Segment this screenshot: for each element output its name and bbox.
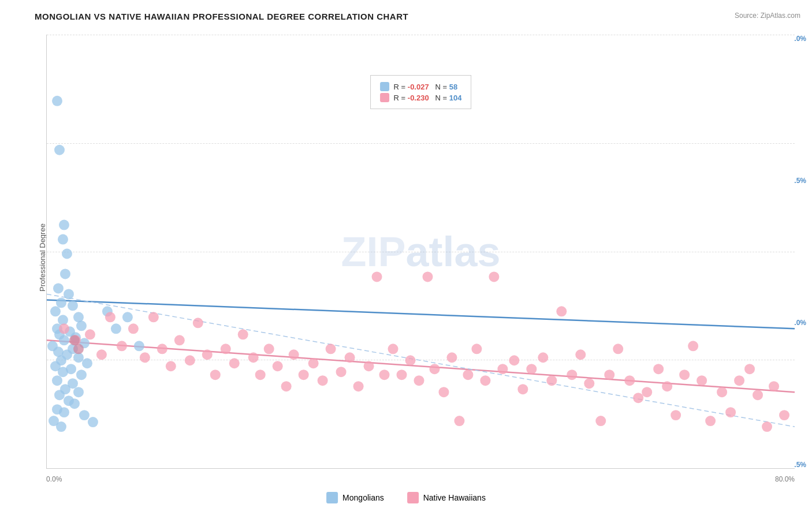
svg-point-67 [221, 344, 231, 354]
svg-point-43 [79, 410, 90, 420]
svg-point-65 [202, 349, 213, 360]
svg-point-64 [193, 318, 203, 328]
bottom-legend-label-mongolians: Mongolians [342, 493, 384, 502]
svg-point-68 [229, 358, 240, 368]
svg-point-97 [480, 375, 490, 386]
svg-point-118 [679, 370, 690, 380]
svg-point-55 [105, 312, 116, 322]
svg-point-128 [769, 381, 779, 391]
svg-point-113 [633, 393, 643, 403]
svg-point-9 [53, 283, 64, 293]
svg-point-104 [546, 375, 557, 386]
svg-point-107 [575, 349, 586, 360]
bottom-legend-native-hawaiians: Native Hawaiians [407, 492, 486, 503]
svg-point-74 [281, 381, 292, 391]
svg-point-125 [744, 364, 755, 374]
svg-point-7 [62, 249, 72, 259]
svg-point-124 [734, 375, 744, 386]
svg-point-82 [353, 381, 364, 391]
x-tick-80: 80.0% [775, 475, 795, 483]
bottom-legend-label-native-hawaiians: Native Hawaiians [423, 493, 486, 502]
bottom-legend: Mongolians Native Hawaiians [326, 492, 486, 503]
svg-point-77 [308, 358, 319, 368]
svg-point-116 [662, 381, 672, 391]
svg-point-122 [717, 387, 727, 397]
svg-point-54 [96, 349, 107, 360]
svg-point-45 [88, 417, 98, 427]
svg-point-29 [82, 358, 92, 368]
svg-point-42 [59, 407, 69, 417]
svg-point-127 [762, 421, 772, 432]
svg-point-126 [753, 390, 763, 400]
svg-point-123 [725, 407, 736, 417]
svg-point-72 [264, 344, 274, 354]
svg-point-58 [140, 352, 150, 363]
svg-point-59 [148, 312, 159, 322]
svg-point-21 [59, 335, 69, 345]
bottom-legend-mongolians: Mongolians [326, 492, 384, 503]
svg-point-85 [379, 370, 390, 380]
svg-point-3 [52, 96, 62, 106]
source-label: Source: ZipAtlas.com [735, 12, 800, 20]
chart-container: MONGOLIAN VS NATIVE HAWAIIAN PROFESSIONA… [0, 0, 812, 515]
svg-point-76 [299, 370, 309, 380]
svg-point-92 [438, 387, 449, 397]
svg-point-111 [613, 344, 623, 354]
svg-point-129 [779, 410, 789, 420]
svg-point-106 [567, 370, 577, 380]
svg-point-98 [489, 271, 499, 282]
svg-point-5 [59, 220, 69, 230]
svg-point-75 [289, 349, 299, 360]
svg-point-86 [388, 344, 398, 354]
svg-point-87 [397, 370, 407, 380]
svg-point-48 [111, 323, 121, 334]
svg-point-16 [76, 320, 87, 331]
svg-point-53 [85, 329, 95, 339]
svg-point-71 [255, 370, 266, 380]
svg-point-108 [584, 378, 594, 389]
svg-point-83 [364, 361, 374, 371]
svg-point-101 [517, 384, 528, 394]
svg-point-109 [595, 416, 606, 426]
svg-point-62 [174, 335, 185, 345]
svg-point-4 [54, 145, 65, 155]
svg-point-119 [688, 341, 698, 351]
svg-point-66 [210, 370, 221, 380]
svg-point-50 [134, 341, 144, 351]
svg-point-121 [705, 416, 716, 426]
svg-point-89 [414, 375, 424, 386]
svg-point-56 [117, 341, 127, 351]
svg-point-95 [463, 370, 473, 380]
svg-point-51 [59, 323, 69, 334]
svg-point-11 [56, 297, 66, 308]
x-axis-labels: 0.0% 80.0% [46, 475, 795, 483]
svg-point-61 [166, 361, 176, 371]
svg-point-34 [52, 375, 62, 386]
svg-point-13 [50, 306, 61, 316]
svg-point-112 [624, 375, 635, 386]
svg-point-93 [446, 352, 457, 363]
svg-point-103 [538, 352, 548, 363]
svg-point-78 [318, 375, 328, 386]
svg-point-8 [60, 268, 70, 279]
svg-point-114 [642, 387, 652, 397]
svg-point-40 [69, 398, 80, 409]
svg-point-46 [56, 421, 66, 432]
svg-point-96 [471, 344, 482, 354]
svg-point-84 [372, 271, 382, 282]
svg-point-12 [68, 300, 78, 311]
svg-point-88 [405, 355, 416, 365]
svg-point-120 [696, 375, 707, 386]
svg-point-117 [671, 410, 681, 420]
svg-point-100 [509, 355, 519, 365]
bottom-legend-box-mongolians [326, 492, 338, 503]
svg-point-57 [128, 323, 139, 334]
svg-point-73 [273, 361, 283, 371]
bottom-legend-box-native-hawaiians [407, 492, 419, 503]
svg-point-38 [54, 390, 65, 400]
svg-point-105 [556, 306, 567, 316]
svg-point-91 [429, 364, 439, 374]
chart-title: MONGOLIAN VS NATIVE HAWAIIAN PROFESSIONA… [35, 12, 408, 21]
chart-area: ZIPatlas R = -0.027 N = 58 R = -0.230 N … [46, 35, 795, 469]
svg-point-131 [73, 344, 84, 354]
